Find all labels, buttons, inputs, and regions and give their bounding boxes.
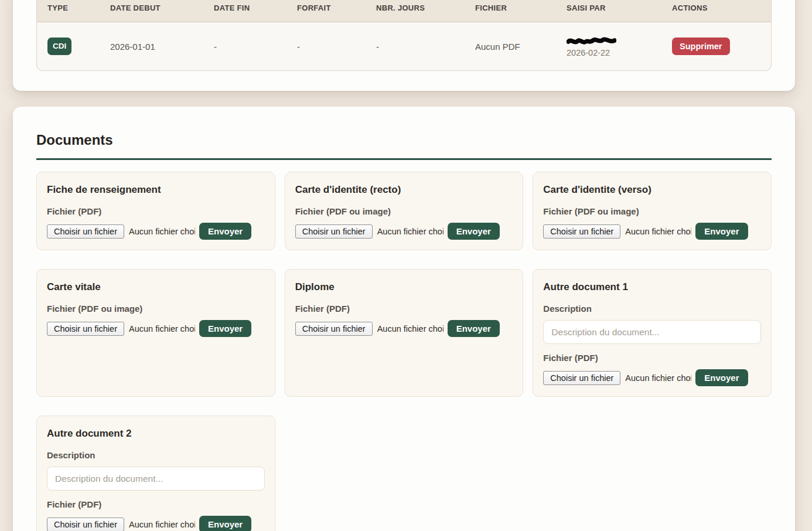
envoyer-button[interactable]: Envoyer <box>448 223 500 240</box>
col-actions: ACTIONS <box>672 0 771 22</box>
file-status-text: Aucun fichier choisi <box>129 227 195 236</box>
envoyer-button[interactable]: Envoyer <box>695 369 748 386</box>
supprimer-button[interactable]: Supprimer <box>672 38 730 55</box>
contracts-panel: TYPE DATE DEBUT DATE FIN FORFAIT NBR. JO… <box>13 0 795 91</box>
description-input[interactable] <box>543 320 761 344</box>
redacted-name-scribble <box>567 36 616 46</box>
choose-file-button[interactable]: Choisir un fichier <box>295 224 373 239</box>
choose-file-button[interactable]: Choisir un fichier <box>295 322 373 336</box>
file-label: Fichier (PDF) <box>47 499 265 509</box>
cell-forfait: - <box>297 22 376 71</box>
documents-panel: Documents Fiche de renseignement Fichier… <box>13 107 795 531</box>
doc-card-autre-document-1: Autre document 1 Description Fichier (PD… <box>533 269 772 397</box>
file-input[interactable]: Choisir un fichier Aucun fichier choisi <box>543 371 691 385</box>
doc-card-carte-vitale: Carte vitale Fichier (PDF ou image) Choi… <box>36 269 275 397</box>
file-label: Fichier (PDF ou image) <box>543 206 761 216</box>
table-row: CDI 2026-01-01 - - - Aucun PDF 2026-02-2… <box>37 22 771 71</box>
doc-card-title: Autre document 1 <box>543 281 761 293</box>
col-type: TYPE <box>37 0 110 22</box>
doc-card-title: Fiche de renseignement <box>47 184 265 196</box>
doc-card-autre-document-2: Autre document 2 Description Fichier (PD… <box>36 416 275 531</box>
envoyer-button[interactable]: Envoyer <box>199 320 251 337</box>
file-input[interactable]: Choisir un fichier Aucun fichier choisi <box>47 224 195 239</box>
file-status-text: Aucun fichier choisi <box>625 227 691 236</box>
choose-file-button[interactable]: Choisir un fichier <box>543 224 620 239</box>
file-status-text: Aucun fichier choisi <box>129 520 195 529</box>
file-input[interactable]: Choisir un fichier Aucun fichier choisi <box>47 322 195 336</box>
envoyer-button[interactable]: Envoyer <box>695 223 748 240</box>
cell-saisi-par: 2026-02-22 <box>567 22 672 71</box>
doc-card-title: Carte d'identite (recto) <box>295 184 513 196</box>
col-nbr-jours: NBR. JOURS <box>376 0 475 22</box>
description-label: Description <box>543 304 761 314</box>
documents-heading-rule <box>36 158 772 160</box>
page: TYPE DATE DEBUT DATE FIN FORFAIT NBR. JO… <box>0 0 812 531</box>
choose-file-button[interactable]: Choisir un fichier <box>47 518 124 531</box>
saisi-par-date: 2026-02-22 <box>567 48 672 57</box>
file-label: Fichier (PDF) <box>295 304 513 314</box>
file-status-text: Aucun fichier choisi <box>129 324 195 333</box>
file-input[interactable]: Choisir un fichier Aucun fichier choisi <box>295 322 443 336</box>
col-fichier: FICHIER <box>475 0 567 22</box>
description-label: Description <box>47 450 265 460</box>
envoyer-button[interactable]: Envoyer <box>199 516 251 531</box>
contracts-table: TYPE DATE DEBUT DATE FIN FORFAIT NBR. JO… <box>36 0 772 71</box>
contract-type-badge: CDI <box>47 38 71 55</box>
doc-card-title: Diplome <box>295 281 513 293</box>
file-status-text: Aucun fichier choisi <box>377 227 443 236</box>
doc-card-title: Carte vitale <box>47 281 265 293</box>
cell-date-fin: - <box>214 22 297 71</box>
description-input[interactable] <box>47 467 265 491</box>
choose-file-button[interactable]: Choisir un fichier <box>47 224 124 239</box>
envoyer-button[interactable]: Envoyer <box>199 223 251 240</box>
doc-card-title: Autre document 2 <box>47 428 265 440</box>
table-header-row: TYPE DATE DEBUT DATE FIN FORFAIT NBR. JO… <box>37 0 771 22</box>
documents-heading: Documents <box>36 131 772 149</box>
doc-card-carte-identite-verso: Carte d'identite (verso) Fichier (PDF ou… <box>533 172 772 250</box>
cell-date-debut: 2026-01-01 <box>110 22 214 71</box>
file-input[interactable]: Choisir un fichier Aucun fichier choisi <box>543 224 691 239</box>
file-label: Fichier (PDF ou image) <box>295 206 513 216</box>
cell-nbr-jours: - <box>376 22 475 71</box>
col-date-fin: DATE FIN <box>214 0 297 22</box>
col-forfait: FORFAIT <box>297 0 376 22</box>
choose-file-button[interactable]: Choisir un fichier <box>543 371 620 385</box>
envoyer-button[interactable]: Envoyer <box>448 320 500 337</box>
cell-fichier: Aucun PDF <box>475 22 567 71</box>
doc-card-diplome: Diplome Fichier (PDF) Choisir un fichier… <box>285 269 524 397</box>
col-date-debut: DATE DEBUT <box>110 0 214 22</box>
choose-file-button[interactable]: Choisir un fichier <box>47 322 124 336</box>
doc-card-fiche-de-renseignement: Fiche de renseignement Fichier (PDF) Cho… <box>36 172 275 250</box>
file-status-text: Aucun fichier choisi <box>625 373 691 383</box>
file-label: Fichier (PDF) <box>543 353 761 363</box>
col-saisi-par: SAISI PAR <box>567 0 672 22</box>
file-status-text: Aucun fichier choisi <box>377 324 443 333</box>
doc-card-title: Carte d'identite (verso) <box>543 184 761 196</box>
documents-grid: Fiche de renseignement Fichier (PDF) Cho… <box>36 172 772 531</box>
file-label: Fichier (PDF) <box>47 206 265 216</box>
file-input[interactable]: Choisir un fichier Aucun fichier choisi <box>295 224 443 239</box>
file-input[interactable]: Choisir un fichier Aucun fichier choisi <box>47 518 195 531</box>
file-label: Fichier (PDF ou image) <box>47 304 265 314</box>
doc-card-carte-identite-recto: Carte d'identite (recto) Fichier (PDF ou… <box>285 172 524 250</box>
